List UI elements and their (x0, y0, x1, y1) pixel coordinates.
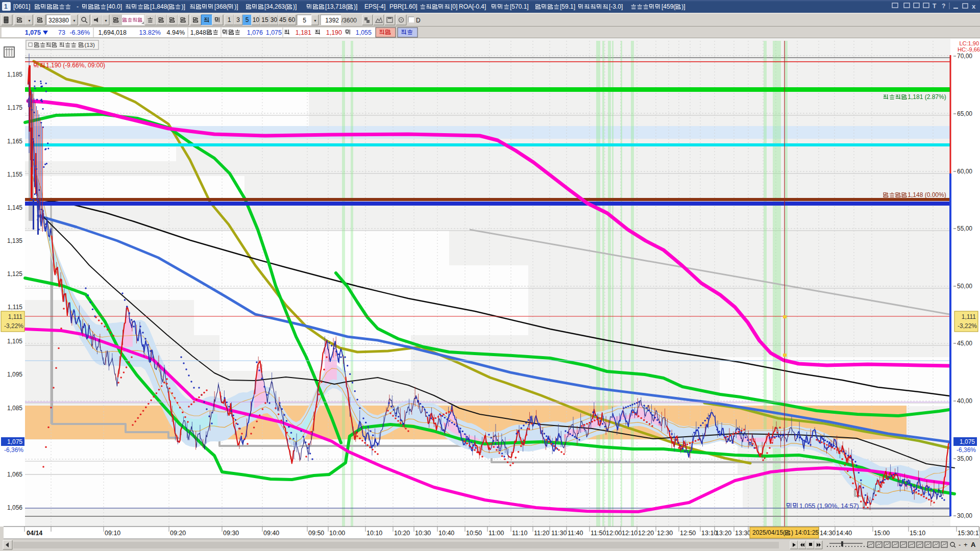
svg-text:[59.1]: [59.1] (560, 3, 575, 10)
svg-text:70,00: 70,00 (957, 53, 972, 60)
svg-text:09:10: 09:10 (105, 530, 120, 537)
svg-text:10:30: 10:30 (415, 530, 431, 537)
svg-text:▼: ▼ (72, 19, 76, 22)
svg-text:1,115: 1,115 (8, 304, 22, 311)
svg-text:[0601]: [0601] (13, 3, 30, 10)
svg-text:10:00: 10:00 (329, 530, 345, 537)
svg-text:15:00: 15:00 (874, 530, 890, 537)
svg-text:12:30: 12:30 (657, 530, 673, 537)
svg-text:10:20: 10:20 (394, 530, 410, 537)
svg-text:1,848: 1,848 (190, 29, 206, 36)
svg-text:T: T (933, 3, 937, 10)
svg-text:10: 10 (253, 16, 260, 23)
svg-text:13:10: 13:10 (701, 530, 717, 537)
svg-text:11:10: 11:10 (512, 530, 527, 537)
svg-text:[459(: [459( (662, 3, 675, 10)
svg-text:60,00: 60,00 (957, 168, 972, 175)
svg-text:11:40: 11:40 (568, 530, 583, 537)
svg-text:1,185: 1,185 (7, 71, 22, 78)
svg-text:10:50: 10:50 (466, 530, 482, 537)
svg-text:11:50: 11:50 (591, 530, 606, 537)
svg-text:1,075: 1,075 (7, 438, 22, 445)
svg-text:14:40: 14:40 (836, 530, 852, 537)
svg-text:1,065: 1,065 (7, 471, 22, 478)
svg-text:[34,263(: [34,263( (264, 3, 287, 10)
svg-text:1,135: 1,135 (7, 237, 22, 244)
svg-text:+: + (964, 541, 968, 548)
svg-text:1392: 1392 (325, 17, 339, 24)
svg-text:15:30:1: 15:30:1 (958, 530, 979, 537)
svg-text:▼: ▼ (313, 19, 317, 22)
svg-text:45: 45 (279, 16, 286, 23)
svg-text:13:30: 13:30 (735, 530, 751, 537)
svg-text:5: 5 (303, 17, 306, 24)
svg-text:[13,718(: [13,718( (325, 3, 348, 10)
svg-text:4.94%: 4.94% (167, 29, 185, 36)
svg-text:14:30: 14:30 (820, 530, 836, 537)
svg-text:[570.1]: [570.1] (510, 3, 529, 10)
svg-text:35,00: 35,00 (957, 455, 972, 462)
svg-text:1,181: 1,181 (296, 29, 311, 36)
svg-text:[1,848(: [1,848( (150, 3, 169, 10)
svg-text:30: 30 (271, 16, 278, 23)
svg-text:PBR[1.60]: PBR[1.60] (389, 3, 418, 10)
svg-text:-: - (77, 3, 79, 10)
svg-text:10:10: 10:10 (366, 530, 382, 537)
svg-text:12:50: 12:50 (680, 530, 696, 537)
svg-text:3: 3 (236, 16, 240, 23)
svg-text:)]: )] (234, 3, 238, 10)
svg-text:▼: ▼ (104, 19, 108, 22)
svg-text:1,125: 1,125 (7, 270, 22, 278)
svg-text:11:00: 11:00 (488, 530, 504, 537)
svg-text:)]: )] (681, 3, 685, 10)
svg-text:1,148 (0.00%): 1,148 (0.00%) (908, 191, 946, 198)
svg-text:[368(: [368( (214, 3, 228, 10)
svg-text:11:20: 11:20 (534, 530, 549, 537)
svg-text:09:20: 09:20 (170, 530, 186, 537)
svg-text:1,105: 1,105 (7, 338, 22, 345)
svg-text:30,00: 30,00 (957, 512, 972, 519)
svg-text:-: - (959, 541, 961, 548)
svg-text:)]: )] (181, 3, 185, 10)
svg-text:1,181 (2.87%): 1,181 (2.87%) (908, 93, 946, 101)
svg-text:(13): (13) (84, 42, 95, 48)
svg-text:1,055: 1,055 (356, 29, 372, 36)
svg-text:1,190: 1,190 (326, 29, 342, 36)
svg-text:1,085: 1,085 (7, 405, 22, 412)
svg-text:12:20: 12:20 (638, 530, 654, 537)
svg-text:[-3.0]: [-3.0] (609, 3, 623, 10)
svg-text:HC:-9,66: HC:-9,66 (958, 46, 980, 53)
svg-text:13:20: 13:20 (716, 530, 731, 537)
svg-text:1,076: 1,076 (247, 29, 263, 36)
svg-text:-6,36%: -6,36% (4, 446, 23, 454)
svg-text:/3600: /3600 (341, 17, 357, 24)
svg-text:55,00: 55,00 (957, 225, 972, 232)
svg-text:1,111: 1,111 (8, 313, 23, 320)
svg-text:09:30: 09:30 (223, 530, 239, 537)
svg-text:15:10: 15:10 (910, 530, 925, 537)
svg-text:1,095: 1,095 (7, 371, 22, 378)
svg-text:1,075: 1,075 (266, 29, 282, 36)
svg-text:73: 73 (58, 29, 65, 36)
svg-text:1,175: 1,175 (7, 104, 22, 111)
svg-text:1,694,018: 1,694,018 (98, 29, 127, 36)
svg-text:EPS[-4]: EPS[-4] (364, 3, 385, 10)
svg-text:A: A (971, 541, 976, 548)
svg-text:ROA[-0.4]: ROA[-0.4] (459, 3, 486, 10)
svg-text:60: 60 (288, 16, 296, 23)
svg-text:1,075: 1,075 (25, 29, 41, 36)
svg-text:09:40: 09:40 (263, 530, 279, 537)
svg-text:▼: ▼ (28, 19, 31, 22)
svg-text:1,111: 1,111 (962, 313, 976, 320)
svg-text:11:30: 11:30 (551, 530, 567, 537)
svg-text:1: 1 (4, 3, 8, 10)
svg-text:40,00: 40,00 (957, 397, 972, 405)
svg-text:) 14:01:25: ) 14:01:25 (791, 529, 819, 536)
svg-text:1,075: 1,075 (960, 438, 975, 445)
svg-text:-3,22%: -3,22% (4, 322, 23, 330)
svg-text:1,056: 1,056 (7, 504, 22, 511)
svg-text:50,00: 50,00 (957, 283, 972, 290)
svg-text:-3,22%: -3,22% (958, 322, 977, 330)
svg-text:04/14: 04/14 (27, 530, 42, 537)
svg-text:2025/04/15(: 2025/04/15( (752, 529, 785, 536)
